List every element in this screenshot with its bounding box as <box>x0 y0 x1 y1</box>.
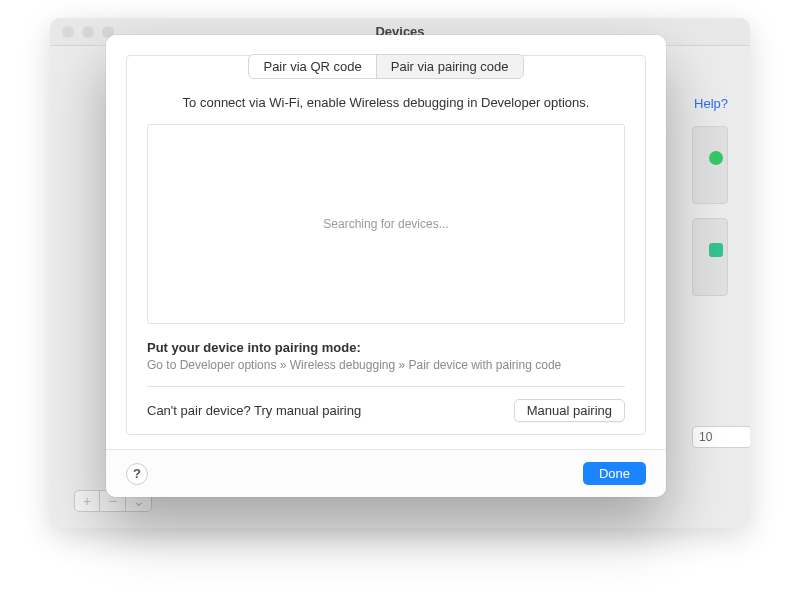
plus-icon: + <box>83 493 91 509</box>
question-mark-icon: ? <box>133 466 141 481</box>
manual-pairing-text: Can't pair device? Try manual pairing <box>147 403 361 418</box>
help-button[interactable]: ? <box>126 463 148 485</box>
searching-text: Searching for devices... <box>323 217 448 231</box>
manual-pairing-button[interactable]: Manual pairing <box>514 399 625 422</box>
modal-content-box: Pair via QR code Pair via pairing code T… <box>126 55 646 435</box>
status-check-icon <box>709 243 723 257</box>
pairing-mode-title: Put your device into pairing mode: <box>147 340 625 355</box>
pairing-mode-block: Put your device into pairing mode: Go to… <box>147 340 625 372</box>
manual-pairing-row: Can't pair device? Try manual pairing Ma… <box>147 399 625 422</box>
modal-footer: ? Done <box>106 449 666 497</box>
numeric-field[interactable]: 10 <box>692 426 750 448</box>
background-side-panel: 10 <box>692 126 728 342</box>
device-card <box>692 126 728 204</box>
pairing-tabs: Pair via QR code Pair via pairing code <box>248 54 523 79</box>
help-link[interactable]: Help? <box>694 96 728 111</box>
instructions-text: To connect via Wi-Fi, enable Wireless de… <box>147 95 625 110</box>
pairing-mode-subtitle: Go to Developer options » Wireless debug… <box>147 358 625 372</box>
status-toggle-on-icon <box>709 151 723 165</box>
add-button[interactable]: + <box>74 490 100 512</box>
numeric-field-value: 10 <box>699 430 712 444</box>
pairing-modal: Pair via QR code Pair via pairing code T… <box>106 35 666 497</box>
tab-qr-code[interactable]: Pair via QR code <box>249 55 375 78</box>
done-button[interactable]: Done <box>583 462 646 485</box>
divider <box>147 386 625 387</box>
device-search-box: Searching for devices... <box>147 124 625 324</box>
device-card <box>692 218 728 296</box>
tab-pairing-code[interactable]: Pair via pairing code <box>376 55 523 78</box>
